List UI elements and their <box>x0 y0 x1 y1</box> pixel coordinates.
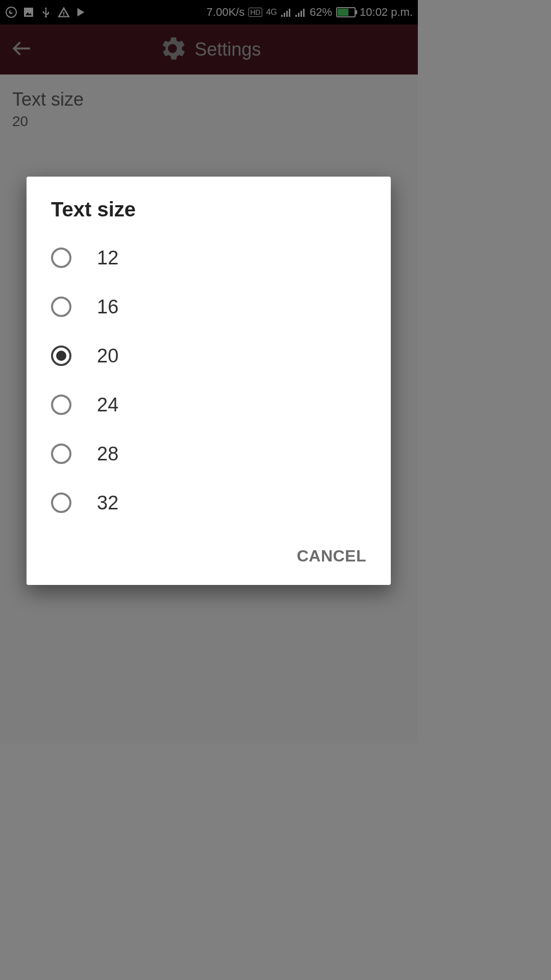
option-label: 32 <box>97 492 118 514</box>
radio-icon <box>51 346 71 366</box>
option-label: 16 <box>97 296 118 318</box>
option-label: 20 <box>97 345 118 367</box>
text-size-option-16[interactable]: 16 <box>41 282 377 331</box>
dialog-actions: CANCEL <box>27 527 391 575</box>
text-size-option-20[interactable]: 20 <box>41 331 377 380</box>
text-size-dialog: Text size 12 16 20 24 28 32 CANCEL <box>27 177 391 585</box>
radio-icon <box>51 248 71 268</box>
option-label: 24 <box>97 394 118 416</box>
dialog-title: Text size <box>27 177 391 233</box>
radio-icon <box>51 444 71 464</box>
option-label: 28 <box>97 443 118 465</box>
radio-icon <box>51 493 71 513</box>
option-label: 12 <box>97 247 118 269</box>
dialog-options: 12 16 20 24 28 32 <box>27 233 391 527</box>
text-size-option-28[interactable]: 28 <box>41 429 377 478</box>
radio-icon <box>51 395 71 415</box>
text-size-option-32[interactable]: 32 <box>41 478 377 527</box>
cancel-button[interactable]: CANCEL <box>297 547 366 566</box>
radio-icon <box>51 297 71 317</box>
text-size-option-12[interactable]: 12 <box>41 233 377 282</box>
text-size-option-24[interactable]: 24 <box>41 380 377 429</box>
